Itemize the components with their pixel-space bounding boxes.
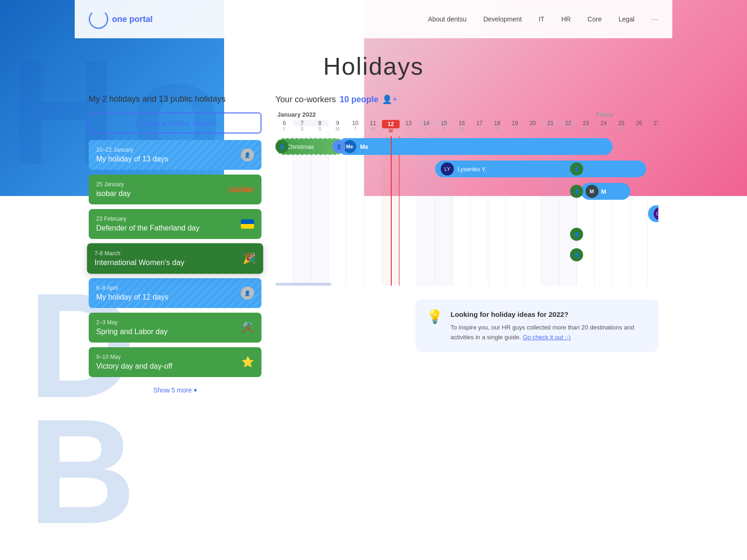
holiday-date-1: 10–22 January [96,147,169,153]
me-bar-long: Me Me [338,138,613,155]
holiday-card-labor: 2–3 May Spring and Labor day ⚒️ [89,313,261,343]
holiday-name-3: Defender of the Fatherland day [96,224,199,232]
bg-letter-y: B [28,397,136,546]
holiday-name-6: Spring and Labor day [96,328,168,336]
show-more-button[interactable]: Show 5 more ▾ [89,382,261,399]
day-11: 11W [364,119,382,134]
coworkers-label: Your co-workers [275,95,336,105]
navbar: one portal About dentsu Development IT H… [75,0,672,38]
logo-area: one portal [89,9,153,29]
day-13: 13F [400,119,417,134]
day-12-today: 12W [382,119,400,134]
day-27: 27F [648,119,658,134]
nav-core[interactable]: Core [587,15,601,23]
holiday-date-7: 9–10 May [96,354,172,360]
avatar-row1-left: 👤 [332,140,345,153]
coworkers-count: 10 people [339,95,378,105]
nav-hr[interactable]: HR [561,15,571,23]
nav-links: About dentsu Development IT HR Core Lega… [428,14,658,24]
chevron-down-icon: ▾ [194,386,197,394]
timeline-grid [275,136,658,286]
party-icon: 🎉 [243,252,256,265]
holiday-card-defender: 23 February Defender of the Fatherland d… [89,209,261,239]
holiday-name-2: isobar day [96,189,131,198]
info-card-link[interactable]: Go check it out :-) [523,334,571,341]
ostapenko-bar: OG Ostapenko G. [648,205,658,222]
ostapenko-avatar: OG [654,207,658,220]
left-panel: My 2 holidays and 13 public holidays + L… [89,94,261,399]
coworkers-header: Your co-workers 10 people 👤+ [275,94,658,105]
logo-text: one portal [112,14,153,24]
nav-development[interactable]: Development [483,15,522,23]
avatar-row2-right: 👤 [570,162,583,175]
day-23: 23M [577,119,595,134]
lysenko-bar: LY Lysenko Y. [435,161,646,177]
day-14: 14S [417,119,435,134]
page-title: Holidays [75,52,672,80]
ukraine-flag-icon [241,219,254,229]
holiday-card-victory: 9–10 May Victory day and day-off ⭐ [89,347,261,377]
day-9: 9M [329,119,346,134]
me-label: Me [360,143,368,150]
leave-holiday-button[interactable]: + Leave a holiday request [89,112,261,133]
star-icon: ⭐ [241,356,254,368]
day-6: 6F [275,119,293,134]
nav-about[interactable]: About dentsu [428,15,467,23]
page-wrapper: one portal About dentsu Development IT H… [75,0,672,408]
holiday-card-womens-day: 7-8 March International Women's day 🎉 [87,243,263,273]
m-bubble: M M [581,183,630,200]
holiday-card-january: 10–22 January My holiday of 13 days 👤 [89,140,261,170]
day-24: 24T [595,119,613,134]
holiday-card-april: 6–8 April My holiday of 12 days 👤 [89,278,261,308]
avatar-row3-col17: 👤 [570,185,583,198]
hammer-icon: ⚒️ [241,322,254,334]
day-8: 8S [311,119,329,134]
timeline-area: x Christmas 👤 Me Me 👤 Me LY [275,136,658,286]
holiday-name-4: International Women's day [95,259,184,267]
day-16: 16M [453,119,471,134]
m-label: M [601,188,606,195]
scrollbar[interactable] [275,283,331,286]
holiday-date-3: 23 February [96,216,199,222]
holiday-card-isobar: 25 January isobar day isobar [89,175,261,204]
logo-icon [89,9,108,29]
main-content: My 2 holidays and 13 public holidays + L… [75,85,672,408]
info-card-title: Looking for holiday ideas for 2022? [451,309,647,320]
logo-one-text: one portal [112,14,153,24]
day-20: 20F [524,119,542,134]
day-25: 25W [613,119,630,134]
month-next-label: Febru [316,111,613,118]
info-card: 💡 Looking for holiday ideas for 2022? To… [416,300,658,352]
holiday-date-4: 7-8 March [95,250,184,257]
add-person-icon[interactable]: 👤+ [382,94,397,105]
today-line [391,136,392,286]
nav-it[interactable]: IT [539,15,544,23]
holiday-name-7: Victory day and day-off [96,362,172,371]
nav-legal[interactable]: Legal [619,15,634,23]
page-title-area: Holidays [75,38,672,85]
day-22: 22S [559,119,577,134]
day-17: 17T [471,119,488,134]
day-26: 26T [630,119,648,134]
day-21: 21S [542,119,559,134]
avatar-row6: 👤 [570,248,583,261]
month-label: January 2022 [275,111,316,118]
m-avatar: M [585,185,599,198]
left-panel-title: My 2 holidays and 13 public holidays [89,94,261,104]
isobar-logo: isobar [229,185,254,195]
nav-more[interactable]: ··· [651,14,658,24]
holiday-date-5: 6–8 April [96,285,169,291]
day-18: 18W [488,119,506,134]
lightbulb-icon: 💡 [427,309,443,324]
avatar-row5: 👤 [570,228,583,241]
day-7: 7S [293,119,311,134]
lysenko-avatar: LY [441,162,454,175]
holiday-date-2: 25 January [96,181,131,188]
day-19: 19T [506,119,524,134]
holiday-date-6: 2–3 May [96,319,168,326]
day-15: 15S [435,119,453,134]
right-panel: Your co-workers 10 people 👤+ January 202… [275,94,658,399]
avatar-row1-col17: 👤 [275,140,289,153]
day-10: 10T [346,119,364,134]
lysenko-label: Lysenko Y. [458,166,486,173]
